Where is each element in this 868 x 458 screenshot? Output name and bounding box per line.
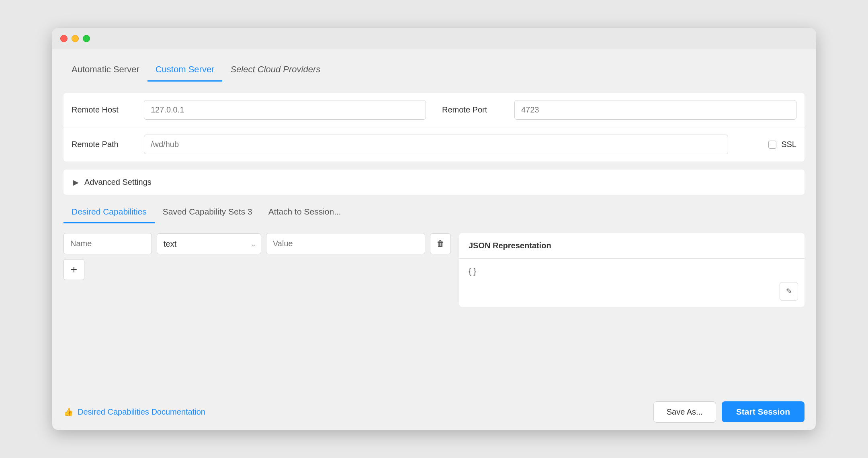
start-session-button[interactable]: Start Session bbox=[722, 401, 805, 422]
close-button[interactable] bbox=[60, 35, 68, 42]
plus-icon: + bbox=[71, 263, 77, 276]
ssl-label: SSL bbox=[781, 140, 796, 149]
remote-port-input[interactable] bbox=[514, 100, 796, 120]
json-representation-panel: JSON Representation { } ✎ bbox=[459, 233, 805, 394]
trash-icon: 🗑 bbox=[436, 239, 444, 248]
traffic-lights bbox=[60, 35, 90, 42]
ssl-checkbox[interactable] bbox=[768, 141, 776, 149]
bottom-bar: 👍 Desired Capabilities Documentation Sav… bbox=[52, 394, 816, 430]
capability-inputs: text boolean number object json_object ⌵… bbox=[63, 233, 451, 394]
capability-type-select[interactable]: text boolean number object json_object bbox=[157, 233, 261, 254]
tab-automatic-server[interactable]: Automatic Server bbox=[63, 60, 147, 82]
bottom-actions: Save As... Start Session bbox=[653, 401, 805, 423]
remote-host-input[interactable] bbox=[144, 100, 426, 120]
remote-path-input[interactable] bbox=[144, 135, 728, 154]
docs-link[interactable]: 👍 Desired Capabilities Documentation bbox=[63, 407, 205, 417]
titlebar bbox=[52, 28, 816, 49]
tab-custom-server[interactable]: Custom Server bbox=[147, 60, 223, 82]
minimize-button[interactable] bbox=[72, 35, 79, 42]
remote-host-row: Remote Host Remote Port bbox=[63, 93, 805, 127]
remote-host-label: Remote Host bbox=[72, 105, 144, 115]
json-content: { } bbox=[469, 267, 476, 276]
tab-saved-capability-sets[interactable]: Saved Capability Sets 3 bbox=[155, 203, 260, 223]
main-content: Automatic Server Custom Server Select Cl… bbox=[52, 49, 816, 394]
save-as-button[interactable]: Save As... bbox=[653, 401, 716, 423]
remote-path-row: Remote Path SSL bbox=[63, 127, 805, 162]
tab-select-cloud-providers[interactable]: Select Cloud Providers bbox=[222, 60, 328, 82]
json-header: JSON Representation bbox=[459, 233, 805, 259]
ssl-container: SSL bbox=[768, 140, 796, 149]
tab-attach-to-session[interactable]: Attach to Session... bbox=[260, 203, 349, 223]
advanced-settings-label: Advanced Settings bbox=[84, 178, 151, 187]
capabilities-area: text boolean number object json_object ⌵… bbox=[63, 233, 805, 394]
json-section: JSON Representation { } ✎ bbox=[459, 233, 805, 307]
app-window: Automatic Server Custom Server Select Cl… bbox=[52, 28, 816, 430]
docs-link-text: Desired Capabilities Documentation bbox=[78, 407, 205, 417]
capability-name-input[interactable] bbox=[63, 233, 152, 254]
capability-type-wrapper: text boolean number object json_object ⌵ bbox=[157, 233, 261, 254]
json-body: { } ✎ bbox=[459, 259, 805, 307]
advanced-settings[interactable]: ▶ Advanced Settings bbox=[63, 170, 805, 195]
chevron-right-icon: ▶ bbox=[73, 178, 79, 187]
edit-icon: ✎ bbox=[786, 287, 792, 296]
tab-desired-capabilities[interactable]: Desired Capabilities bbox=[63, 203, 155, 223]
capability-value-input[interactable] bbox=[266, 233, 425, 254]
capability-add-button[interactable]: + bbox=[63, 259, 84, 280]
remote-port-label: Remote Port bbox=[442, 105, 514, 115]
remote-path-label: Remote Path bbox=[72, 140, 144, 149]
capabilities-tabs: Desired Capabilities Saved Capability Se… bbox=[63, 203, 805, 223]
server-tabs: Automatic Server Custom Server Select Cl… bbox=[63, 60, 805, 82]
form-section: Remote Host Remote Port Remote Path SSL bbox=[63, 93, 805, 162]
json-edit-button[interactable]: ✎ bbox=[780, 282, 798, 301]
thumbs-up-icon: 👍 bbox=[63, 407, 74, 417]
maximize-button[interactable] bbox=[83, 35, 90, 42]
capability-input-row: text boolean number object json_object ⌵… bbox=[63, 233, 451, 254]
capability-delete-button[interactable]: 🗑 bbox=[430, 233, 451, 254]
